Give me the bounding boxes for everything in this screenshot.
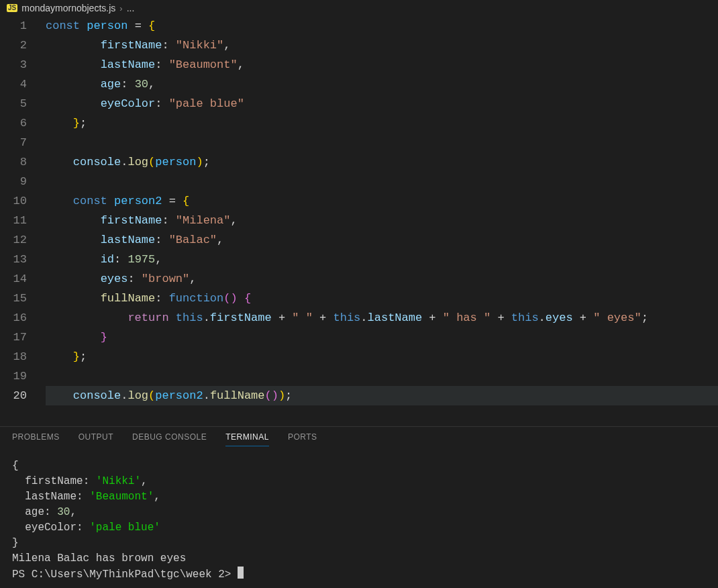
panel-tab-problems[interactable]: PROBLEMS bbox=[12, 432, 60, 446]
code-line[interactable]: } bbox=[46, 328, 718, 347]
line-number: 6 bbox=[0, 113, 27, 133]
terminal-output[interactable]: { firstName: 'Nikki', lastName: 'Beaumon… bbox=[0, 452, 718, 588]
panel-tab-output[interactable]: OUTPUT bbox=[79, 432, 113, 446]
line-number: 10 bbox=[0, 191, 27, 211]
code-line[interactable]: console.log(person2.fullName()); bbox=[46, 386, 718, 405]
panel-tabs: PROBLEMSOUTPUTDEBUG CONSOLETERMINALPORTS bbox=[0, 427, 718, 452]
line-number: 14 bbox=[0, 269, 27, 289]
panel-tab-ports[interactable]: PORTS bbox=[288, 432, 317, 446]
line-number: 12 bbox=[0, 230, 27, 250]
code-line[interactable]: id: 1975, bbox=[46, 250, 718, 269]
code-line[interactable]: firstName: "Nikki", bbox=[46, 36, 718, 55]
line-number: 19 bbox=[0, 366, 27, 386]
code-line[interactable]: age: 30, bbox=[46, 75, 718, 94]
code-line[interactable]: const person = { bbox=[46, 16, 718, 36]
breadcrumb: JS mondaymornobjects.js › ... bbox=[0, 0, 718, 16]
code-line[interactable]: firstName: "Milena", bbox=[46, 211, 718, 230]
line-number: 4 bbox=[0, 75, 27, 94]
line-number: 2 bbox=[0, 36, 27, 55]
code-line[interactable]: }; bbox=[46, 347, 718, 366]
line-number: 9 bbox=[0, 172, 27, 191]
code-line[interactable]: fullName: function() { bbox=[46, 289, 718, 308]
line-number: 1 bbox=[0, 16, 27, 36]
line-number: 8 bbox=[0, 152, 27, 172]
panel-tab-debug-console[interactable]: DEBUG CONSOLE bbox=[132, 432, 207, 446]
code-line[interactable] bbox=[46, 366, 718, 386]
breadcrumb-file[interactable]: mondaymornobjects.js bbox=[21, 3, 115, 13]
line-number: 17 bbox=[0, 328, 27, 347]
line-number: 15 bbox=[0, 289, 27, 308]
js-file-icon: JS bbox=[7, 4, 17, 12]
terminal-prompt: PS C:\Users\MyThinkPad\tgc\week 2> bbox=[12, 569, 238, 581]
chevron-right-icon: › bbox=[119, 3, 122, 13]
line-number: 7 bbox=[0, 133, 27, 152]
code-line[interactable]: const person2 = { bbox=[46, 191, 718, 211]
code-line[interactable]: lastName: "Balac", bbox=[46, 230, 718, 250]
code-line[interactable] bbox=[46, 133, 718, 152]
line-number: 11 bbox=[0, 211, 27, 230]
code-line[interactable] bbox=[46, 172, 718, 191]
editor[interactable]: 1234567891011121314151617181920 const pe… bbox=[0, 16, 718, 426]
line-number: 3 bbox=[0, 55, 27, 75]
line-number: 16 bbox=[0, 308, 27, 328]
breadcrumb-trail[interactable]: ... bbox=[127, 3, 135, 13]
code-area[interactable]: const person = { firstName: "Nikki", las… bbox=[39, 16, 718, 426]
code-line[interactable]: eyeColor: "pale blue" bbox=[46, 94, 718, 113]
code-line[interactable]: lastName: "Beaumont", bbox=[46, 55, 718, 75]
panel-tab-terminal[interactable]: TERMINAL bbox=[225, 432, 269, 446]
line-number: 5 bbox=[0, 94, 27, 113]
code-line[interactable]: eyes: "brown", bbox=[46, 269, 718, 289]
line-number: 18 bbox=[0, 347, 27, 366]
code-line[interactable]: }; bbox=[46, 113, 718, 133]
line-number: 20 bbox=[0, 386, 27, 405]
bottom-panel: PROBLEMSOUTPUTDEBUG CONSOLETERMINALPORTS… bbox=[0, 426, 718, 588]
line-number: 13 bbox=[0, 250, 27, 269]
line-number-gutter: 1234567891011121314151617181920 bbox=[0, 16, 39, 426]
code-line[interactable]: return this.firstName + " " + this.lastN… bbox=[46, 308, 718, 328]
terminal-cursor bbox=[238, 567, 244, 579]
code-line[interactable]: console.log(person); bbox=[46, 152, 718, 172]
